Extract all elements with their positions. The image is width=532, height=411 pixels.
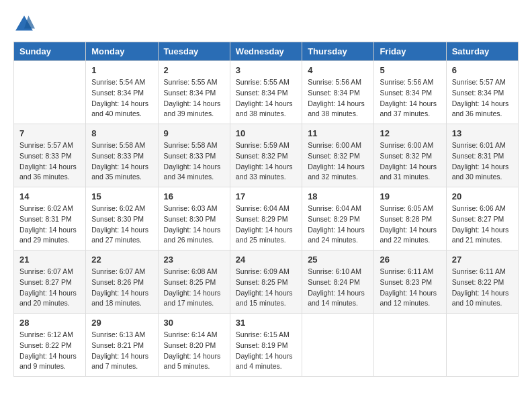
day-info: Sunrise: 6:00 AMSunset: 8:32 PMDaylight:… (308, 140, 368, 183)
day-cell (446, 314, 518, 377)
day-cell: 8Sunrise: 5:58 AMSunset: 8:33 PMDaylight… (86, 124, 158, 187)
day-number: 2 (164, 65, 224, 75)
day-number: 6 (452, 65, 513, 75)
day-info: Sunrise: 5:54 AMSunset: 8:34 PMDaylight:… (91, 77, 152, 120)
day-cell: 28Sunrise: 6:12 AMSunset: 8:22 PMDayligh… (14, 314, 86, 377)
day-info: Sunrise: 6:02 AMSunset: 8:31 PMDaylight:… (19, 203, 80, 246)
day-cell: 2Sunrise: 5:55 AMSunset: 8:34 PMDaylight… (158, 61, 230, 124)
day-number: 30 (164, 318, 224, 328)
week-row-2: 7Sunrise: 5:57 AMSunset: 8:33 PMDaylight… (14, 124, 519, 187)
day-cell: 7Sunrise: 5:57 AMSunset: 8:33 PMDaylight… (14, 124, 86, 187)
day-number: 11 (308, 128, 368, 138)
day-info: Sunrise: 5:57 AMSunset: 8:33 PMDaylight:… (19, 140, 80, 183)
day-info: Sunrise: 6:00 AMSunset: 8:32 PMDaylight:… (380, 140, 440, 183)
day-cell: 6Sunrise: 5:57 AMSunset: 8:34 PMDaylight… (446, 61, 518, 124)
week-row-1: 1Sunrise: 5:54 AMSunset: 8:34 PMDaylight… (14, 61, 519, 124)
day-number: 4 (308, 65, 368, 75)
day-info: Sunrise: 6:07 AMSunset: 8:26 PMDaylight:… (91, 267, 152, 309)
day-cell: 9Sunrise: 5:58 AMSunset: 8:33 PMDaylight… (158, 124, 230, 187)
day-cell: 27Sunrise: 6:11 AMSunset: 8:22 PMDayligh… (446, 250, 518, 314)
day-info: Sunrise: 5:58 AMSunset: 8:33 PMDaylight:… (164, 140, 224, 183)
day-info: Sunrise: 6:06 AMSunset: 8:27 PMDaylight:… (452, 203, 513, 246)
day-number: 25 (308, 255, 368, 265)
day-info: Sunrise: 5:56 AMSunset: 8:34 PMDaylight:… (380, 77, 440, 120)
day-number: 7 (19, 128, 80, 138)
day-number: 21 (19, 255, 80, 265)
week-row-3: 14Sunrise: 6:02 AMSunset: 8:31 PMDayligh… (14, 187, 519, 250)
day-number: 22 (91, 255, 152, 265)
day-info: Sunrise: 6:11 AMSunset: 8:23 PMDaylight:… (380, 267, 440, 309)
day-cell: 16Sunrise: 6:03 AMSunset: 8:30 PMDayligh… (158, 187, 230, 250)
day-info: Sunrise: 6:08 AMSunset: 8:25 PMDaylight:… (164, 267, 224, 309)
logo-icon (13, 13, 35, 35)
day-number: 16 (164, 191, 224, 201)
header-tuesday: Tuesday (158, 42, 230, 61)
day-cell: 20Sunrise: 6:06 AMSunset: 8:27 PMDayligh… (446, 187, 518, 250)
day-cell (302, 314, 374, 377)
day-info: Sunrise: 6:09 AMSunset: 8:25 PMDaylight:… (236, 267, 296, 309)
day-cell: 21Sunrise: 6:07 AMSunset: 8:27 PMDayligh… (14, 250, 86, 314)
day-cell (374, 314, 446, 377)
day-cell (14, 61, 86, 124)
day-cell: 26Sunrise: 6:11 AMSunset: 8:23 PMDayligh… (374, 250, 446, 314)
day-cell: 24Sunrise: 6:09 AMSunset: 8:25 PMDayligh… (230, 250, 302, 314)
day-number: 24 (236, 255, 296, 265)
day-info: Sunrise: 5:56 AMSunset: 8:34 PMDaylight:… (308, 77, 368, 120)
day-cell: 15Sunrise: 6:02 AMSunset: 8:30 PMDayligh… (86, 187, 158, 250)
day-info: Sunrise: 6:11 AMSunset: 8:22 PMDaylight:… (452, 267, 513, 309)
day-cell: 14Sunrise: 6:02 AMSunset: 8:31 PMDayligh… (14, 187, 86, 250)
day-info: Sunrise: 6:10 AMSunset: 8:24 PMDaylight:… (308, 267, 368, 309)
day-info: Sunrise: 6:14 AMSunset: 8:20 PMDaylight:… (164, 330, 224, 372)
day-cell: 4Sunrise: 5:56 AMSunset: 8:34 PMDaylight… (302, 61, 374, 124)
day-cell: 19Sunrise: 6:05 AMSunset: 8:28 PMDayligh… (374, 187, 446, 250)
day-cell: 25Sunrise: 6:10 AMSunset: 8:24 PMDayligh… (302, 250, 374, 314)
day-cell: 11Sunrise: 6:00 AMSunset: 8:32 PMDayligh… (302, 124, 374, 187)
day-info: Sunrise: 6:13 AMSunset: 8:21 PMDaylight:… (91, 330, 152, 372)
day-number: 1 (91, 65, 152, 75)
week-row-4: 21Sunrise: 6:07 AMSunset: 8:27 PMDayligh… (14, 250, 519, 314)
day-number: 8 (91, 128, 152, 138)
day-info: Sunrise: 5:59 AMSunset: 8:32 PMDaylight:… (236, 140, 296, 183)
day-info: Sunrise: 5:55 AMSunset: 8:34 PMDaylight:… (236, 77, 296, 120)
day-cell: 29Sunrise: 6:13 AMSunset: 8:21 PMDayligh… (86, 314, 158, 377)
header-thursday: Thursday (302, 42, 374, 61)
day-number: 20 (452, 191, 513, 201)
day-info: Sunrise: 6:07 AMSunset: 8:27 PMDaylight:… (19, 267, 80, 309)
day-info: Sunrise: 6:04 AMSunset: 8:29 PMDaylight:… (308, 203, 368, 246)
day-number: 5 (380, 65, 440, 75)
header-saturday: Saturday (446, 42, 518, 61)
day-number: 3 (236, 65, 296, 75)
day-number: 13 (452, 128, 513, 138)
day-cell: 13Sunrise: 6:01 AMSunset: 8:31 PMDayligh… (446, 124, 518, 187)
header-wednesday: Wednesday (230, 42, 302, 61)
day-number: 31 (236, 318, 296, 328)
day-cell: 31Sunrise: 6:15 AMSunset: 8:19 PMDayligh… (230, 314, 302, 377)
day-info: Sunrise: 6:02 AMSunset: 8:30 PMDaylight:… (91, 203, 152, 246)
day-number: 26 (380, 255, 440, 265)
day-number: 27 (452, 255, 513, 265)
day-info: Sunrise: 6:15 AMSunset: 8:19 PMDaylight:… (236, 330, 296, 372)
day-cell: 23Sunrise: 6:08 AMSunset: 8:25 PMDayligh… (158, 250, 230, 314)
day-number: 19 (380, 191, 440, 201)
day-number: 18 (308, 191, 368, 201)
calendar-table: SundayMondayTuesdayWednesdayThursdayFrid… (13, 42, 519, 377)
day-number: 12 (380, 128, 440, 138)
day-cell: 3Sunrise: 5:55 AMSunset: 8:34 PMDaylight… (230, 61, 302, 124)
day-cell: 12Sunrise: 6:00 AMSunset: 8:32 PMDayligh… (374, 124, 446, 187)
header-friday: Friday (374, 42, 446, 61)
day-number: 17 (236, 191, 296, 201)
day-info: Sunrise: 6:01 AMSunset: 8:31 PMDaylight:… (452, 140, 513, 183)
day-info: Sunrise: 5:58 AMSunset: 8:33 PMDaylight:… (91, 140, 152, 183)
day-number: 29 (91, 318, 152, 328)
day-cell: 30Sunrise: 6:14 AMSunset: 8:20 PMDayligh… (158, 314, 230, 377)
day-number: 15 (91, 191, 152, 201)
day-number: 9 (164, 128, 224, 138)
day-info: Sunrise: 6:03 AMSunset: 8:30 PMDaylight:… (164, 203, 224, 246)
header-monday: Monday (86, 42, 158, 61)
logo (13, 13, 39, 35)
day-cell: 17Sunrise: 6:04 AMSunset: 8:29 PMDayligh… (230, 187, 302, 250)
day-cell: 5Sunrise: 5:56 AMSunset: 8:34 PMDaylight… (374, 61, 446, 124)
day-info: Sunrise: 5:55 AMSunset: 8:34 PMDaylight:… (164, 77, 224, 120)
day-number: 10 (236, 128, 296, 138)
day-cell: 18Sunrise: 6:04 AMSunset: 8:29 PMDayligh… (302, 187, 374, 250)
